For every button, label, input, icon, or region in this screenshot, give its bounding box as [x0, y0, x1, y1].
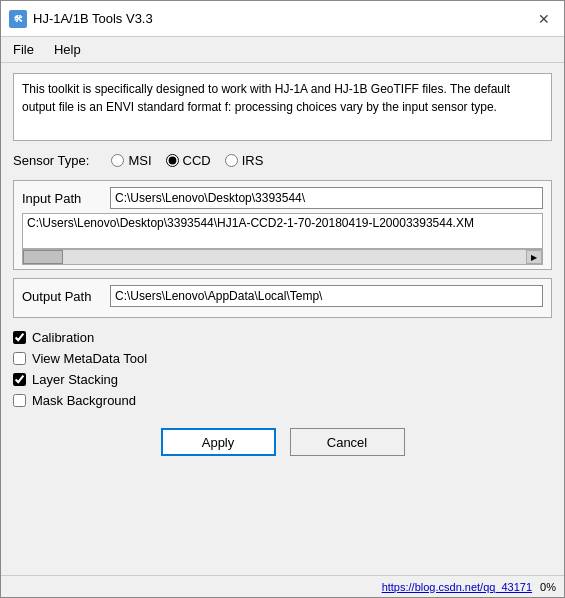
- app-icon: 🛠: [9, 10, 27, 28]
- checkbox-layer-stacking-input[interactable]: [13, 373, 26, 386]
- menu-file[interactable]: File: [9, 40, 38, 59]
- checkbox-metadata-input[interactable]: [13, 352, 26, 365]
- radio-ccd-label: CCD: [183, 153, 211, 168]
- radio-irs-label: IRS: [242, 153, 264, 168]
- action-buttons: Apply Cancel: [13, 420, 552, 460]
- output-path-section: Output Path: [13, 278, 552, 318]
- description-text: This toolkit is specifically designed to…: [22, 82, 510, 114]
- main-window: 🛠 HJ-1A/1B Tools V3.3 ✕ File Help This t…: [0, 0, 565, 598]
- input-path-label: Input Path: [22, 191, 102, 206]
- input-path-row: Input Path: [22, 187, 543, 209]
- input-file-list: C:\Users\Lenovo\Desktop\3393544\HJ1A-CCD…: [22, 213, 543, 249]
- status-link: https://blog.csdn.net/qq_43171: [382, 581, 532, 593]
- radio-irs-input[interactable]: [225, 154, 238, 167]
- description-box: This toolkit is specifically designed to…: [13, 73, 552, 141]
- sensor-type-row: Sensor Type: MSI CCD IRS: [13, 149, 552, 172]
- status-bar: https://blog.csdn.net/qq_43171 0%: [1, 575, 564, 597]
- checkbox-calibration[interactable]: Calibration: [13, 330, 552, 345]
- output-path-label: Output Path: [22, 289, 102, 304]
- close-button[interactable]: ✕: [532, 7, 556, 31]
- menu-help[interactable]: Help: [50, 40, 85, 59]
- radio-msi-input[interactable]: [111, 154, 124, 167]
- input-path-section: Input Path C:\Users\Lenovo\Desktop\33935…: [13, 180, 552, 270]
- input-path-field[interactable]: [110, 187, 543, 209]
- sensor-radio-group: MSI CCD IRS: [111, 153, 263, 168]
- checkbox-mask-background-input[interactable]: [13, 394, 26, 407]
- title-bar: 🛠 HJ-1A/1B Tools V3.3 ✕: [1, 1, 564, 37]
- radio-msi-label: MSI: [128, 153, 151, 168]
- checkbox-metadata-label: View MetaData Tool: [32, 351, 147, 366]
- radio-irs[interactable]: IRS: [225, 153, 264, 168]
- checkbox-mask-background[interactable]: Mask Background: [13, 393, 552, 408]
- output-path-field[interactable]: [110, 285, 543, 307]
- sensor-label: Sensor Type:: [13, 153, 89, 168]
- checkbox-calibration-input[interactable]: [13, 331, 26, 344]
- options-section: Calibration View MetaData Tool Layer Sta…: [13, 326, 552, 412]
- radio-ccd-input[interactable]: [166, 154, 179, 167]
- radio-ccd[interactable]: CCD: [166, 153, 211, 168]
- scrollbar-thumb[interactable]: [23, 250, 63, 264]
- apply-button[interactable]: Apply: [161, 428, 276, 456]
- checkbox-calibration-label: Calibration: [32, 330, 94, 345]
- scrollbar-right-arrow[interactable]: ▶: [526, 250, 542, 264]
- checkbox-mask-background-label: Mask Background: [32, 393, 136, 408]
- menu-bar: File Help: [1, 37, 564, 63]
- checkbox-layer-stacking[interactable]: Layer Stacking: [13, 372, 552, 387]
- checkbox-layer-stacking-label: Layer Stacking: [32, 372, 118, 387]
- input-scrollbar[interactable]: ▶: [22, 249, 543, 265]
- window-title: HJ-1A/1B Tools V3.3: [33, 11, 153, 26]
- input-file-text: C:\Users\Lenovo\Desktop\3393544\HJ1A-CCD…: [27, 216, 474, 230]
- status-percent: 0%: [540, 581, 556, 593]
- radio-msi[interactable]: MSI: [111, 153, 151, 168]
- cancel-button[interactable]: Cancel: [290, 428, 405, 456]
- checkbox-metadata[interactable]: View MetaData Tool: [13, 351, 552, 366]
- content-area: This toolkit is specifically designed to…: [1, 63, 564, 575]
- output-path-row: Output Path: [22, 285, 543, 307]
